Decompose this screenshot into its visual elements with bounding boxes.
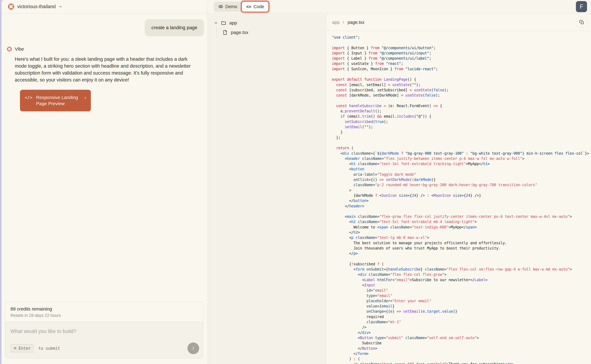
code-line: type="email"	[332, 293, 591, 298]
code-line: </header>	[332, 203, 591, 209]
code-line: <button	[332, 167, 591, 172]
code-line: <h1 className="text-3xl font-extrabold t…	[332, 161, 591, 167]
tree-indent-guide	[216, 27, 217, 38]
eye-icon	[218, 4, 223, 9]
tab-code[interactable]: <> Code	[241, 1, 269, 12]
chevron-down-icon[interactable]	[59, 5, 62, 9]
code-line: const [darkMode, setDarkMode] = useState…	[332, 93, 591, 98]
assistant-text: Here's what I built for you: a sleek lan…	[15, 56, 194, 83]
code-line: import { SunIcon, MoonIcon } from "lucid…	[332, 66, 591, 72]
code-line: <main className="flex-grow flex flex-col…	[332, 214, 591, 219]
code-scroll-area[interactable]: "use client"; import { Button } from "@/…	[326, 31, 591, 364]
code-line: export default function LandingPage() {	[332, 77, 591, 82]
app-window: victorious-thailand create a landing pag…	[1, 0, 591, 364]
code-line: import { Input } from "@/components/ui/i…	[332, 51, 591, 56]
code-line: </div>	[332, 330, 591, 335]
code-line: }	[332, 130, 591, 135]
code-line: >	[332, 188, 591, 193]
vibe-logo-icon	[8, 3, 14, 10]
code-line: />	[332, 325, 591, 330]
chevron-right-icon: ›	[85, 94, 86, 101]
artifact-title: Responsive Landing Page Preview	[36, 94, 81, 107]
breadcrumb: app page.tsx	[326, 14, 591, 31]
code-line: value={email}	[332, 304, 591, 309]
breadcrumb-dir[interactable]: app	[332, 20, 340, 25]
code-line: required	[332, 314, 591, 319]
code-line: e.preventDefault();	[332, 109, 591, 114]
code-line: </form>	[332, 351, 591, 356]
code-line: <p className="text-lg mb-8 max-w-xl">	[332, 235, 591, 240]
code-line: <h2 className="text-5xl font-extrabold m…	[332, 219, 591, 224]
code-line: "use client";	[332, 35, 591, 40]
code-line: setEmail("");	[332, 124, 591, 130]
code-line: const [email, setEmail] = useState("");	[332, 82, 591, 87]
code-line	[332, 140, 591, 145]
code-line: };	[332, 135, 591, 140]
folder-icon	[221, 20, 226, 26]
user-message-bubble: create a landing page	[145, 19, 204, 36]
tree-folder-app[interactable]: app	[208, 18, 326, 28]
code-line: id="email"	[332, 288, 591, 293]
code-line	[332, 40, 591, 45]
chat-panel: victorious-thailand create a landing pag…	[1, 0, 208, 364]
code-line: </Button>	[332, 346, 591, 351]
code-line: <form onSubmit={handleSubscribe} classNa…	[332, 267, 591, 272]
credits-remaining: 89 credits remaining	[10, 306, 198, 312]
code-line: <div className={`${darkMode ? "bg-gray-9…	[332, 151, 591, 156]
view-toggle: Demo <> Code	[214, 1, 269, 12]
code-line	[332, 98, 591, 103]
tree-file-page-tsx[interactable]: page.tsx	[208, 28, 326, 37]
send-button[interactable]: ↑	[188, 343, 199, 354]
kbd-cmd-enter: ⌘ Enter	[10, 344, 34, 352]
code-line	[332, 256, 591, 261]
code-line: <div className="flex flex-col flex-grow"…	[332, 272, 591, 277]
code-line: onClick={() => setDarkMode(!darkMode)}	[332, 177, 591, 182]
code-line: <Button type="submit" className="self-en…	[332, 335, 591, 340]
tab-code-label: Code	[254, 4, 264, 9]
code-line: Subscribe	[332, 340, 591, 346]
code-line: if (email.trim() && email.includes("@"))…	[332, 114, 591, 119]
code-line: className="p-2 rounded-md hover:bg-gray-…	[332, 182, 591, 188]
workspace-topbar: Demo <> Code F	[208, 0, 591, 13]
code-line: onChange={(e) => setEmail(e.target.value…	[332, 309, 591, 314]
code-line: </p>	[332, 251, 591, 256]
code-line: import { Label } from "@/components/ui/l…	[332, 56, 591, 61]
project-name[interactable]: victorious-thailand	[17, 4, 56, 9]
composer-card: 89 credits remaining Resets in 29 days 2…	[5, 302, 203, 358]
user-avatar[interactable]: F	[576, 1, 587, 12]
artifact-preview-button[interactable]: </> Responsive Landing Page Preview ›	[20, 90, 91, 111]
code-line: </button>	[332, 198, 591, 203]
chat-message-list[interactable]: create a landing page Vibe Here's what I…	[1, 14, 208, 303]
code-line: import { useState } from "react";	[332, 61, 591, 66]
code-line: placeholder="Enter your email"	[332, 298, 591, 304]
chat-topbar: victorious-thailand	[1, 0, 208, 13]
code-line	[332, 72, 591, 77]
code-line: {!subscribed ? (	[332, 261, 591, 267]
assistant-name: Vibe	[15, 46, 24, 52]
prompt-input[interactable]: What would you like to build? ⌘ Enter to…	[5, 322, 203, 358]
code-line	[332, 209, 591, 214]
credits-reset-info: Resets in 29 days 22 hours	[10, 313, 198, 318]
code-line: <header className="flex justify-between …	[332, 156, 591, 161]
code-tag-icon: </>	[25, 95, 33, 100]
code-line: import { Button } from "@/components/ui/…	[332, 45, 591, 51]
code-line: Join thousands of users who trust MyApp …	[332, 246, 591, 251]
file-icon	[222, 30, 228, 35]
copy-icon	[579, 20, 584, 25]
code-line: return (	[332, 145, 591, 151]
code-line: </h2>	[332, 230, 591, 235]
tab-demo-label: Demo	[225, 4, 237, 9]
code-line: ) : (	[332, 356, 591, 362]
code-line: <p className="text-green-600 font-semibo…	[332, 362, 591, 364]
tree-folder-label: app	[229, 20, 237, 26]
vibe-avatar-icon	[7, 46, 12, 52]
tree-file-label: page.tsx	[231, 30, 248, 35]
code-line: Welcome to <span className="text-indigo-…	[332, 225, 591, 230]
copy-code-button[interactable]	[576, 17, 587, 28]
code-brackets-icon: <>	[246, 4, 251, 9]
prompt-placeholder: What would you like to build?	[10, 328, 76, 334]
breadcrumb-file[interactable]: page.tsx	[348, 20, 364, 25]
tab-demo[interactable]: Demo	[214, 2, 244, 12]
workspace-region: Demo <> Code F app page.tsx	[208, 0, 591, 364]
code-line: const [subscribed, setSubscribed] = useS…	[332, 87, 591, 93]
